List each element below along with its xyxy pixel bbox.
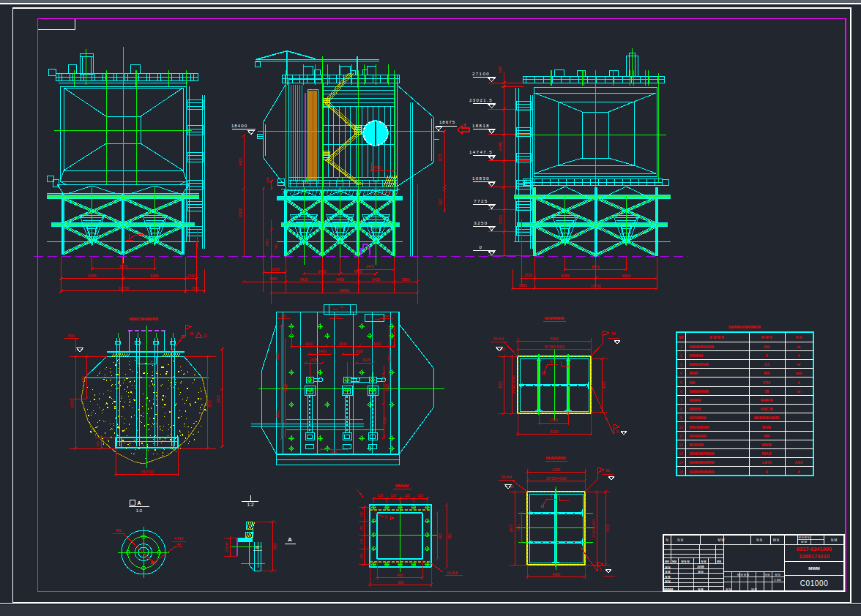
svg-text:3750: 3750: [372, 165, 380, 170]
svg-text:912: 912: [439, 199, 442, 205]
svg-text:#54/30: #54/30: [225, 542, 228, 552]
svg-text:3250: 3250: [474, 221, 488, 225]
svg-text:4800: 4800: [276, 410, 280, 418]
svg-text:MHNWM: MHNWM: [689, 443, 703, 447]
svg-text:2*2436=4872: 2*2436=4872: [592, 519, 595, 538]
svg-text:18675: 18675: [439, 120, 455, 124]
svg-text:0: 0: [480, 245, 483, 249]
svg-text:A/kV: A/kV: [795, 461, 803, 465]
svg-text:27100: 27100: [472, 72, 490, 76]
svg-text:m: m: [797, 390, 800, 394]
svg-text:123: 123: [377, 494, 383, 497]
svg-text:8365: 8365: [622, 274, 630, 278]
svg-text:6730: 6730: [383, 416, 387, 424]
svg-text:MNW: MNW: [689, 372, 698, 375]
svg-text:NHW M: NHW M: [761, 399, 773, 402]
svg-text:-N: -N: [340, 305, 343, 309]
svg-text:NWMNH: NWMNH: [689, 354, 703, 358]
svg-text:MN: MN: [717, 560, 721, 563]
svg-text:MHW: MHW: [762, 426, 771, 429]
svg-text:N M: N M: [701, 560, 707, 563]
svg-text:3.5: 3.5: [764, 363, 769, 367]
svg-text:1320: 1320: [187, 274, 195, 278]
svg-text:8435: 8435: [299, 277, 308, 282]
svg-text:294: 294: [764, 345, 769, 349]
svg-text:W M: W M: [801, 541, 807, 544]
svg-text:115: 115: [384, 314, 390, 318]
svg-text:95-#14: 95-#14: [502, 476, 512, 479]
svg-text:2: 2: [680, 354, 682, 358]
svg-text:M N M N: M N M N: [799, 536, 810, 539]
svg-text:HW: HW: [689, 381, 695, 385]
svg-text:MWM: MWM: [808, 566, 820, 571]
svg-text:78: 78: [764, 390, 769, 394]
svg-text:m: m: [797, 363, 800, 367]
svg-text:N W M R: N W M R: [709, 336, 724, 339]
svg-text:10440: 10440: [499, 141, 502, 151]
svg-text:30*280=5300: 30*280=5300: [544, 345, 564, 349]
svg-text:200M: 200M: [697, 566, 704, 568]
svg-text:2*32: 2*32: [763, 381, 770, 385]
svg-text:NMWM: NMWM: [689, 399, 701, 402]
svg-text:#: #: [798, 354, 800, 358]
svg-text:3460: 3460: [269, 277, 277, 281]
svg-text:1750: 1750: [388, 354, 392, 362]
svg-text:5: 5: [680, 381, 682, 385]
svg-text:0317-0341000: 0317-0341000: [797, 546, 832, 552]
svg-text:4300: 4300: [552, 572, 560, 576]
svg-text:1: 1: [680, 345, 682, 349]
svg-text:1570: 1570: [208, 399, 212, 407]
svg-text:1320: 1320: [523, 273, 532, 277]
svg-text:1:2: 1:2: [247, 502, 253, 507]
svg-text:15: 15: [679, 470, 683, 474]
svg-text:500: 500: [68, 334, 75, 338]
svg-text:7073: 7073: [606, 524, 610, 532]
svg-text:155: 155: [359, 553, 363, 559]
svg-text:60: 60: [605, 469, 610, 473]
svg-text:4000: 4000: [305, 342, 313, 346]
svg-text:A: A: [137, 500, 141, 506]
svg-text:6400: 6400: [354, 269, 362, 274]
svg-text:125: 125: [404, 494, 410, 497]
svg-text:NHWMNW: NHWMNW: [545, 316, 565, 320]
svg-text:400: 400: [397, 574, 403, 577]
svg-text:12: 12: [203, 334, 207, 338]
svg-text:3300: 3300: [191, 287, 199, 290]
svg-text:4-#14: 4-#14: [174, 537, 184, 541]
svg-text:5100: 5100: [550, 429, 558, 434]
svg-text:8365: 8365: [88, 274, 96, 278]
svg-text:1:100: 1:100: [774, 579, 781, 582]
svg-text:NHWNWM: NHWNWM: [689, 435, 706, 438]
svg-text:562: 562: [274, 244, 277, 249]
svg-text:8488: 8488: [336, 277, 344, 282]
svg-text:630: 630: [266, 177, 269, 183]
svg-text:165: 165: [281, 314, 287, 318]
svg-text:NWMNHNM: NWMNHNM: [689, 390, 708, 394]
svg-text:N M: N M: [831, 538, 838, 542]
svg-text:4300: 4300: [552, 467, 560, 472]
svg-text:1925: 1925: [362, 358, 370, 362]
svg-text:4480: 4480: [276, 352, 280, 360]
svg-text:155: 155: [359, 511, 363, 517]
svg-text:1700: 1700: [550, 418, 558, 422]
svg-text:3: 3: [766, 354, 768, 358]
svg-text:8435: 8435: [372, 277, 380, 282]
svg-text:#: #: [798, 470, 800, 474]
svg-text:580: 580: [448, 533, 452, 539]
svg-text:4000: 4000: [603, 380, 606, 388]
svg-text:8365: 8365: [561, 274, 569, 278]
svg-text:1535: 1535: [310, 358, 318, 362]
svg-text:13: 13: [679, 452, 683, 456]
svg-text:10200: 10200: [499, 214, 502, 224]
svg-text:20: 20: [190, 332, 194, 336]
svg-text:730/720: 730/720: [140, 470, 153, 474]
svg-text:1.0/72: 1.0/72: [761, 461, 772, 465]
svg-text:N M: N M: [765, 574, 770, 576]
svg-text:16730: 16730: [591, 284, 601, 288]
svg-text:1:2: 1:2: [136, 508, 143, 513]
svg-text:155: 155: [359, 525, 363, 531]
svg-text:NMWM: NMWM: [689, 407, 701, 411]
svg-text:165: 165: [334, 314, 340, 318]
svg-text:9: 9: [680, 416, 682, 420]
svg-text:N: N: [666, 538, 668, 542]
